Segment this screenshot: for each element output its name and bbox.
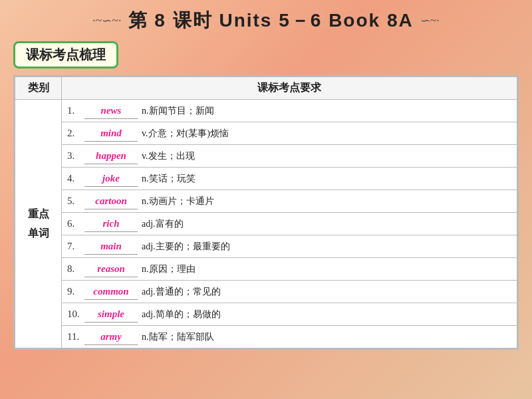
vocab-content-cell: 6.richadj.富有的 xyxy=(62,213,517,235)
vocab-content-cell: 2.mindv.介意；对(某事)烦恼 xyxy=(62,122,517,145)
row-number: 4. xyxy=(67,170,84,186)
table-row: 10.simpleadj.简单的；易做的 xyxy=(15,303,517,326)
table-row: 5.cartoonn.动画片；卡通片 xyxy=(15,190,517,213)
vocab-row-inner: 5.cartoonn.动画片；卡通片 xyxy=(67,192,511,210)
vocab-word: joke xyxy=(84,170,138,187)
vocab-row-inner: 7.mainadj.主要的；最重要的 xyxy=(67,237,511,255)
page-title: 第 8 课时 Units 5－6 Book 8A xyxy=(128,8,414,33)
vocab-row-inner: 4.joken.笑话；玩笑 xyxy=(67,170,511,188)
vocab-word: simple xyxy=(84,306,138,323)
vocab-meaning: adj.富有的 xyxy=(142,217,184,231)
vocab-content-cell: 9.commonadj.普通的；常见的 xyxy=(62,281,517,303)
vocab-word: army xyxy=(84,329,138,345)
decoration-left: ·~∽~· xyxy=(92,13,121,28)
table-row: 9.commonadj.普通的；常见的 xyxy=(15,281,517,303)
vocab-word: reason xyxy=(84,261,138,277)
row-number: 2. xyxy=(67,125,84,141)
vocab-meaning: adj.主要的；最重要的 xyxy=(142,239,230,254)
row-number: 8. xyxy=(67,261,84,277)
vocab-meaning: adj.普通的；常见的 xyxy=(142,285,221,299)
vocab-meaning: v.发生；出现 xyxy=(142,149,195,164)
vocab-word: cartoon xyxy=(84,193,138,209)
table-row: 6.richadj.富有的 xyxy=(15,213,517,235)
row-number: 3. xyxy=(67,148,84,164)
vocab-meaning: n.陆军；陆军部队 xyxy=(142,330,214,344)
row-number: 1. xyxy=(67,102,84,118)
vocab-word: common xyxy=(84,283,138,300)
vocab-word: mind xyxy=(84,125,138,142)
section-badge: 课标考点梳理 xyxy=(0,39,532,75)
vocab-word: main xyxy=(84,238,138,255)
vocab-row-inner: 9.commonadj.普通的；常见的 xyxy=(67,283,511,301)
row-number: 6. xyxy=(67,215,84,231)
vocab-table: 类别 课标考点要求 重点单词1.newsn.新闻节目；新闻2.mindv.介意；… xyxy=(15,76,517,348)
table-row: 7.mainadj.主要的；最重要的 xyxy=(15,235,517,258)
row-number: 5. xyxy=(67,193,84,209)
vocab-word: happen xyxy=(84,148,138,164)
vocab-row-inner: 8.reasonn.原因；理由 xyxy=(67,260,511,278)
row-number: 10. xyxy=(67,306,84,322)
table-row: 8.reasonn.原因；理由 xyxy=(15,258,517,281)
vocab-row-inner: 10.simpleadj.简单的；易做的 xyxy=(67,305,511,323)
table-row: 3.happenv.发生；出现 xyxy=(15,145,517,168)
category-cell: 重点单词 xyxy=(15,100,62,348)
table-row: 重点单词1.newsn.新闻节目；新闻 xyxy=(15,100,517,122)
vocab-meaning: n.动画片；卡通片 xyxy=(142,194,214,209)
vocab-row-inner: 3.happenv.发生；出现 xyxy=(67,147,511,165)
vocab-meaning: v.介意；对(某事)烦恼 xyxy=(142,126,229,141)
vocab-content-cell: 3.happenv.发生；出现 xyxy=(62,145,517,168)
vocab-word: rich xyxy=(84,215,138,232)
vocab-content-cell: 7.mainadj.主要的；最重要的 xyxy=(62,235,517,258)
header: ·~∽~· 第 8 课时 Units 5－6 Book 8A ∽~· xyxy=(0,0,532,39)
vocab-meaning: adj.简单的；易做的 xyxy=(142,307,221,322)
vocab-content-cell: 1.newsn.新闻节目；新闻 xyxy=(62,100,517,122)
vocab-meaning: n.原因；理由 xyxy=(142,262,196,277)
row-number: 11. xyxy=(67,329,84,344)
decoration-right: ∽~· xyxy=(420,13,440,28)
vocab-row-inner: 6.richadj.富有的 xyxy=(67,215,511,233)
table-row: 11.armyn.陆军；陆军部队 xyxy=(15,326,517,348)
vocab-content-cell: 5.cartoonn.动画片；卡通片 xyxy=(62,190,517,213)
row-number: 7. xyxy=(67,238,84,254)
vocab-table-container: 类别 课标考点要求 重点单词1.newsn.新闻节目；新闻2.mindv.介意；… xyxy=(13,75,519,350)
vocab-content-cell: 11.armyn.陆军；陆军部队 xyxy=(62,326,517,348)
vocab-content-cell: 4.joken.笑话；玩笑 xyxy=(62,168,517,190)
vocab-word: news xyxy=(84,102,138,119)
table-row: 4.joken.笑话；玩笑 xyxy=(15,168,517,190)
table-row: 2.mindv.介意；对(某事)烦恼 xyxy=(15,122,517,145)
vocab-row-inner: 1.newsn.新闻节目；新闻 xyxy=(67,102,511,120)
vocab-meaning: n.新闻节目；新闻 xyxy=(142,104,214,118)
vocab-meaning: n.笑话；玩笑 xyxy=(142,172,196,186)
row-number: 9. xyxy=(67,283,84,299)
vocab-content-cell: 10.simpleadj.简单的；易做的 xyxy=(62,303,517,326)
col1-header: 类别 xyxy=(15,77,62,100)
vocab-row-inner: 2.mindv.介意；对(某事)烦恼 xyxy=(67,124,511,142)
col2-header: 课标考点要求 xyxy=(62,77,517,100)
vocab-content-cell: 8.reasonn.原因；理由 xyxy=(62,258,517,281)
vocab-row-inner: 11.armyn.陆军；陆军部队 xyxy=(67,328,511,346)
